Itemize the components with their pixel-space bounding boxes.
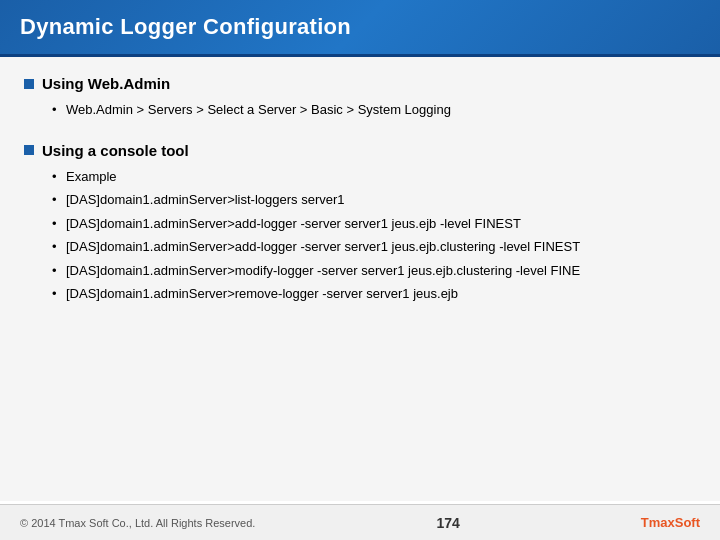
copyright-text: © 2014 Tmax Soft Co., Ltd. All Rights Re… [20, 517, 255, 529]
list-item: Web.Admin > Servers > Select a Server > … [52, 100, 696, 120]
list-item: [DAS]domain1.adminServer>remove-logger -… [52, 284, 696, 304]
console-tool-list: Example [DAS]domain1.adminServer>list-lo… [24, 167, 696, 304]
section-marker-icon [24, 79, 34, 89]
section-console-tool: Using a console tool Example [DAS]domain… [24, 142, 696, 304]
list-item: [DAS]domain1.adminServer>modify-logger -… [52, 261, 696, 281]
content-area: Using Web.Admin Web.Admin > Servers > Se… [0, 57, 720, 501]
footer-logo: TmaxSoft [641, 515, 700, 530]
page-title: Dynamic Logger Configuration [20, 14, 351, 39]
list-item: Example [52, 167, 696, 187]
section-web-admin: Using Web.Admin Web.Admin > Servers > Se… [24, 75, 696, 120]
section-console-heading: Using a console tool [24, 142, 696, 159]
list-item: [DAS]domain1.adminServer>list-loggers se… [52, 190, 696, 210]
page-number: 174 [436, 515, 459, 531]
header: Dynamic Logger Configuration [0, 0, 720, 57]
section-web-admin-title: Using Web.Admin [42, 75, 170, 92]
logo-text: TmaxSoft [641, 515, 700, 530]
list-item: [DAS]domain1.adminServer>add-logger -ser… [52, 237, 696, 257]
section-web-admin-heading: Using Web.Admin [24, 75, 696, 92]
footer: © 2014 Tmax Soft Co., Ltd. All Rights Re… [0, 504, 720, 540]
list-item: [DAS]domain1.adminServer>add-logger -ser… [52, 214, 696, 234]
web-admin-list: Web.Admin > Servers > Select a Server > … [24, 100, 696, 120]
section-marker-icon-2 [24, 145, 34, 155]
section-console-title: Using a console tool [42, 142, 189, 159]
